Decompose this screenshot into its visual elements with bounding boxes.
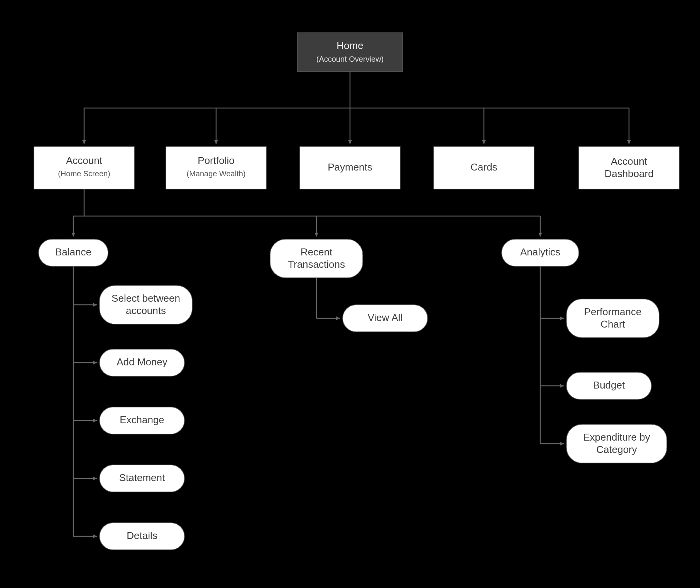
node-select-line1: Select between — [112, 292, 180, 304]
svg-rect-0 — [297, 33, 403, 71]
node-portfolio-subtitle: (Manage Wealth) — [186, 169, 245, 178]
node-exchange: Exchange — [100, 407, 184, 434]
node-transactions-line1: Recent — [301, 246, 333, 258]
node-perf-line1: Performance — [584, 306, 642, 318]
node-payments-title: Payments — [328, 161, 372, 173]
node-budget: Budget — [566, 372, 651, 399]
node-balance: Balance — [39, 239, 108, 266]
node-transactions-line2: Transactions — [288, 259, 345, 270]
node-statement-title: Statement — [119, 472, 165, 483]
node-view-all: View All — [343, 305, 428, 332]
node-expend-line1: Expenditure by — [583, 431, 650, 443]
node-account-dashboard: Account Dashboard — [579, 147, 679, 189]
node-portfolio: Portfolio (Manage Wealth) — [166, 147, 266, 189]
node-portfolio-title: Portfolio — [198, 155, 234, 166]
node-budget-title: Budget — [593, 379, 625, 391]
node-recent-transactions: Recent Transactions — [270, 239, 363, 278]
svg-rect-1 — [34, 147, 134, 189]
node-add-money: Add Money — [100, 349, 184, 376]
node-balance-title: Balance — [55, 246, 91, 258]
node-home: Home (Account Overview) — [297, 33, 403, 71]
node-dashboard-line1: Account — [611, 155, 648, 167]
node-cards-title: Cards — [470, 161, 497, 173]
node-payments: Payments — [300, 147, 400, 189]
node-exchange-title: Exchange — [120, 414, 164, 426]
node-add-money-title: Add Money — [117, 356, 167, 368]
node-home-title: Home — [336, 40, 363, 51]
node-expend-line2: Category — [596, 444, 637, 455]
node-account-subtitle: (Home Screen) — [58, 169, 110, 178]
node-account-title: Account — [66, 155, 103, 166]
node-details: Details — [100, 523, 184, 550]
node-analytics-title: Analytics — [520, 246, 560, 258]
sitemap-diagram: Home (Account Overview) Account (Home Sc… — [0, 0, 700, 588]
node-account: Account (Home Screen) — [34, 147, 134, 189]
node-cards: Cards — [434, 147, 534, 189]
node-dashboard-line2: Dashboard — [604, 168, 653, 179]
node-expenditure-by-category: Expenditure by Category — [566, 424, 667, 463]
node-details-title: Details — [127, 530, 157, 541]
node-statement: Statement — [100, 465, 184, 492]
node-select-line2: accounts — [126, 305, 166, 316]
node-perf-line2: Chart — [600, 318, 625, 330]
node-view-all-title: View All — [368, 312, 403, 323]
node-analytics: Analytics — [502, 239, 579, 266]
node-home-subtitle: (Account Overview) — [316, 55, 384, 63]
node-select-between-accounts: Select between accounts — [100, 286, 192, 324]
svg-rect-2 — [166, 147, 266, 189]
node-performance-chart: Performance Chart — [566, 299, 659, 338]
